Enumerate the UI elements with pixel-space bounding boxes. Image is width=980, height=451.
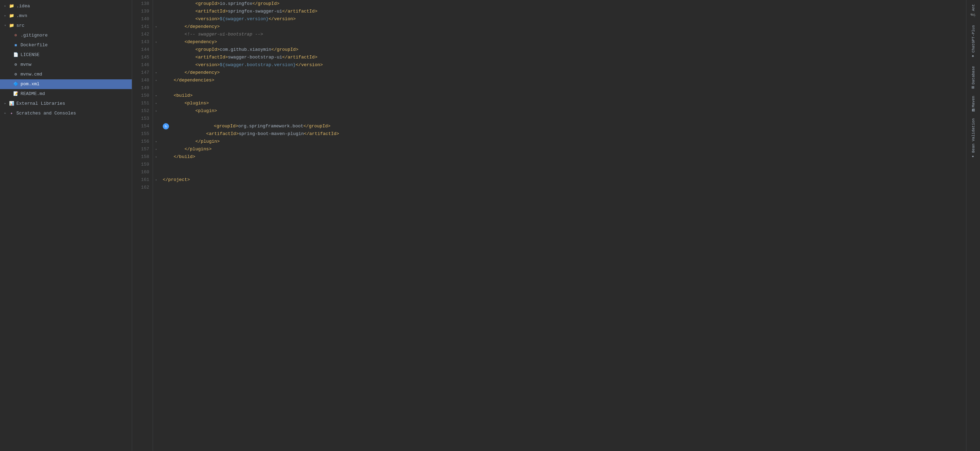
gutter-cell xyxy=(153,54,159,61)
fold-icon[interactable]: ▾ xyxy=(154,40,158,44)
code-token: artifactId xyxy=(198,54,225,61)
gutter-cell: ▾ xyxy=(153,100,159,107)
code-token: plugin xyxy=(198,107,214,115)
ant-icon: 🐜 xyxy=(970,13,976,18)
code-token: > xyxy=(320,61,323,69)
gutter-cell xyxy=(153,0,159,8)
code-token: > xyxy=(315,8,318,15)
right-tool-database[interactable]: ⊞ Database xyxy=(969,63,977,91)
code-line: <!-- swagger-ui-bootstrap --> xyxy=(163,30,963,38)
license-icon: 📄 xyxy=(13,52,19,58)
code-token: </ xyxy=(282,8,288,15)
code-token: org.springframework.boot xyxy=(238,123,303,130)
sidebar-item-mvnw[interactable]: ⚙ mvnw xyxy=(0,60,132,70)
fold-icon[interactable]: ▾ xyxy=(154,94,158,97)
code-token: project xyxy=(168,176,188,184)
sidebar-item-label: LICENSE xyxy=(21,51,40,59)
database-icon: ⊞ xyxy=(970,86,976,89)
code-token: > xyxy=(214,38,217,46)
sidebar-item-scratches[interactable]: ✦ Scratches and Consoles xyxy=(0,108,132,118)
code-token: io.springfox xyxy=(220,0,253,8)
gutter-cell: ▾ xyxy=(153,176,159,184)
gutter-cell xyxy=(153,123,159,130)
chatgpt-label: ChatGPT-Plus xyxy=(971,25,975,53)
sidebar-item-license[interactable]: 📄 LICENSE xyxy=(0,50,132,60)
line-number: 146 xyxy=(132,61,149,69)
code-token: groupId xyxy=(198,46,217,54)
fold-icon[interactable]: ▾ xyxy=(154,148,158,151)
code-token: spring-boot-maven-plugin xyxy=(239,130,304,138)
sidebar-item-extlibs[interactable]: 📊 External Libraries xyxy=(0,99,132,108)
fold-icon[interactable]: ▾ xyxy=(154,155,158,159)
right-tool-ant[interactable]: 🐜 Ant xyxy=(969,2,977,21)
arrow-icon xyxy=(3,14,8,18)
code-area[interactable]: <groupId>io.springfox</groupId> <artifac… xyxy=(159,0,966,451)
gutter-cell xyxy=(153,169,159,176)
code-token: > xyxy=(192,153,196,161)
sidebar-item-gitignore[interactable]: ⊙ .gitignore xyxy=(0,30,132,40)
right-toolbar: 🐜 Ant ★ ChatGPT-Plus ⊞ Database m Maven … xyxy=(966,0,980,451)
code-token xyxy=(163,92,173,100)
sidebar-item-dockerfile[interactable]: ◼ Dockerfile xyxy=(0,40,132,50)
code-line: </project> xyxy=(163,176,963,184)
sidebar-item-mvn[interactable]: 📁 .mvn xyxy=(0,11,132,21)
line-number: 140 xyxy=(132,15,149,23)
xml-icon: 🔷 xyxy=(13,81,19,88)
sidebar-item-label: .mvn xyxy=(16,12,27,20)
line-number: 154 xyxy=(132,123,149,130)
code-token: </ xyxy=(303,123,309,130)
sidebar-item-mvnwcmd[interactable]: ⚙ mvnw.cmd xyxy=(0,70,132,79)
code-token: <!-- swagger-ui-bootstrap --> xyxy=(184,30,263,38)
code-token: artifactId xyxy=(288,8,315,15)
code-token: > xyxy=(217,46,220,54)
code-token: < xyxy=(206,130,209,138)
code-token: plugins xyxy=(190,145,209,153)
code-token: plugin xyxy=(200,138,217,145)
arrow-icon xyxy=(3,111,8,116)
line-number: 147 xyxy=(132,69,149,76)
fold-icon[interactable]: ▾ xyxy=(154,71,158,75)
code-token xyxy=(163,76,173,84)
fold-icon[interactable]: ▾ xyxy=(154,79,158,82)
right-tool-chatgpt[interactable]: ★ ChatGPT-Plus xyxy=(969,22,977,62)
code-token xyxy=(163,38,184,46)
code-token: </ xyxy=(252,0,258,8)
gutter: ▾▾▾▾▾▾▾▾▾▾▾ xyxy=(153,0,159,451)
code-line xyxy=(163,161,963,169)
code-line xyxy=(163,84,963,92)
line-number: 156 xyxy=(132,138,149,145)
fold-icon[interactable]: ▾ xyxy=(154,140,158,143)
code-line: </build> xyxy=(163,153,963,161)
code-token xyxy=(163,8,196,15)
code-token: </ xyxy=(196,138,201,145)
scratches-icon: ✦ xyxy=(8,110,14,116)
sidebar-item-idea[interactable]: 📁 .idea xyxy=(0,2,132,11)
code-token: > xyxy=(209,145,212,153)
right-tool-beanvalidation[interactable]: ✦ Bean Validation xyxy=(969,116,977,162)
sidebar-item-readme[interactable]: 📝 README.md xyxy=(0,89,132,99)
sidebar-item-label: Dockerfile xyxy=(21,41,48,49)
line-number: 142 xyxy=(132,30,149,38)
fold-icon[interactable]: ▾ xyxy=(154,25,158,29)
gutter-cell xyxy=(153,15,159,23)
line-number: 159 xyxy=(132,161,149,169)
sidebar-item-label: .idea xyxy=(16,2,30,10)
sidebar-item-src[interactable]: 📁 src xyxy=(0,21,132,30)
code-line: </dependency> xyxy=(163,69,963,76)
code-token: < xyxy=(196,15,198,23)
code-token: dependency xyxy=(187,38,214,46)
code-line: </dependencies> xyxy=(163,76,963,84)
code-token: build xyxy=(179,153,192,161)
code-token: > xyxy=(336,130,339,138)
right-tool-maven[interactable]: m Maven xyxy=(969,93,978,114)
fold-icon[interactable]: ▾ xyxy=(154,102,158,105)
code-token: > xyxy=(217,15,220,23)
sidebar-item-pomxml[interactable]: 🔷 pom.xml xyxy=(0,79,132,89)
extlib-icon: 📊 xyxy=(8,100,14,107)
fold-icon[interactable]: ▾ xyxy=(154,178,158,182)
sidebar-item-label: Scratches and Consoles xyxy=(16,110,76,117)
git-icon: ⊙ xyxy=(13,32,19,38)
line-number: 155 xyxy=(132,130,149,138)
code-token: > xyxy=(235,123,238,130)
fold-icon[interactable]: ▾ xyxy=(154,109,158,113)
